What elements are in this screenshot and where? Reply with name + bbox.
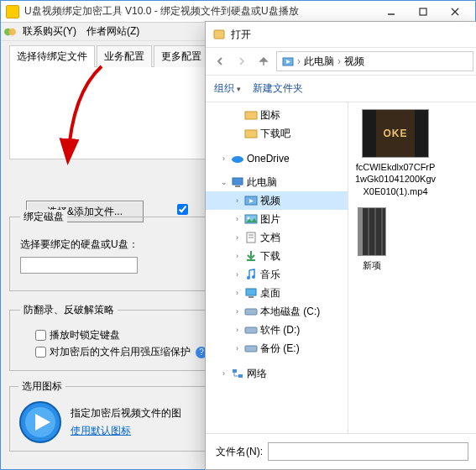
svg-rect-16 (235, 185, 240, 187)
tree-label: 文档 (260, 231, 280, 245)
svg-rect-32 (233, 369, 237, 373)
menu-site[interactable]: 作者网站(Z) (83, 24, 143, 39)
tree-label: 桌面 (260, 286, 280, 300)
tree-item-pc[interactable]: ⌄此电脑 (206, 173, 348, 191)
svg-point-5 (8, 28, 16, 35)
tree-item-onedrive[interactable]: ›OneDrive (206, 149, 348, 168)
tree-label: 本地磁盘 (C:) (260, 305, 320, 319)
svg-point-14 (232, 156, 243, 163)
close-button[interactable] (440, 3, 470, 20)
tree-item-desktop[interactable]: ›桌面 (206, 284, 348, 302)
minimize-button[interactable] (376, 3, 406, 20)
maximize-button[interactable] (408, 3, 438, 20)
dialog-toolbar: 组织 新建文件夹 (206, 76, 476, 102)
svg-rect-29 (245, 309, 257, 315)
tree-label: 图标 (260, 108, 280, 123)
compress-label: 对加密后的文件启用强压缩保护 (50, 345, 191, 359)
svg-rect-13 (245, 130, 257, 138)
file-name: 新项 (355, 259, 389, 271)
icon-select-legend: 选用图标 (18, 379, 65, 394)
nav-back-button[interactable] (211, 52, 229, 70)
crumb-pc[interactable]: 此电脑 (304, 55, 334, 69)
video-folder-icon (282, 55, 294, 67)
window-buttons (376, 3, 470, 20)
lock-keyboard-checkbox[interactable] (35, 330, 46, 341)
file-item[interactable]: OKE fcCWIEkdlx07CFrP1wGk01041200KgvX0E01… (355, 109, 436, 197)
tree-label: 音乐 (260, 268, 280, 282)
tree-item-xiazaiba[interactable]: 下载吧 (206, 124, 348, 143)
main-titlebar: U盘视频绑定加密工具 V10.0 - 绑定视频文件到硬盘或U盘播放 (1, 1, 475, 23)
tree-label: 软件 (D:) (260, 323, 300, 337)
address-bar[interactable]: › 此电脑 › 视频 (276, 51, 473, 71)
tab-select-files[interactable]: 选择待绑定文件 (9, 45, 95, 67)
buy-icon (4, 26, 16, 38)
tree-item-cdrive[interactable]: ›本地磁盘 (C:) (206, 302, 348, 321)
tree-label: 图片 (260, 212, 280, 227)
lock-keyboard-label: 播放时锁定键盘 (50, 328, 120, 342)
svg-rect-33 (238, 374, 243, 378)
tree-label: 此电脑 (247, 175, 277, 190)
svg-rect-1 (420, 8, 426, 15)
app-icon (6, 5, 19, 18)
svg-rect-27 (246, 289, 256, 295)
play-icon (18, 400, 62, 444)
dialog-icon (212, 28, 226, 41)
tree-label: 下载 (260, 249, 280, 264)
crumb-videos[interactable]: 视频 (344, 55, 364, 69)
tab-more[interactable]: 更多配置 (154, 45, 209, 67)
video-thumbnail: OKE (362, 109, 429, 158)
tree-label: 备份 (E:) (260, 342, 300, 356)
file-name: fcCWIEkdlx07CFrP1wGk01041200KgvX0E010(1)… (355, 161, 436, 197)
tree-item-downloads[interactable]: ›下载 (206, 247, 348, 265)
new-folder-button[interactable]: 新建文件夹 (253, 81, 303, 96)
file-open-dialog: 打开 › 此电脑 › 视频 组织 新建文件夹 图标 下载吧 ›OneDrive … (205, 21, 476, 470)
tree-item-tubiao[interactable]: 图标 (206, 106, 348, 124)
bind-disk-input[interactable] (20, 257, 138, 274)
video-thumbnail (358, 207, 386, 256)
window-title: U盘视频绑定加密工具 V10.0 - 绑定视频文件到硬盘或U盘播放 (24, 4, 376, 18)
tree-item-videos[interactable]: ›视频 (206, 191, 348, 210)
svg-rect-31 (245, 346, 257, 352)
dialog-nav: › 此电脑 › 视频 (206, 47, 476, 76)
dialog-title: 打开 (231, 28, 472, 42)
breadcrumb-sep-icon: › (337, 55, 341, 67)
tree-item-network[interactable]: ›网络 (206, 364, 348, 383)
bind-disk-legend: 绑定磁盘 (20, 210, 67, 224)
protect-legend: 防翻录、反破解策略 (20, 303, 118, 317)
tree-item-documents[interactable]: ›文档 (206, 228, 348, 247)
tree-label: OneDrive (247, 153, 290, 164)
tree-item-ddrive[interactable]: ›软件 (D:) (206, 321, 348, 339)
file-pane[interactable]: OKE fcCWIEkdlx07CFrP1wGk01041200KgvX0E01… (348, 102, 476, 433)
svg-point-25 (247, 276, 250, 279)
tree-label: 视频 (260, 194, 280, 208)
nav-forward-button[interactable] (233, 52, 251, 70)
dialog-body: 图标 下载吧 ›OneDrive ⌄此电脑 ›视频 ›图片 ›文档 ›下载 ›音… (206, 102, 476, 433)
tree-item-pictures[interactable]: ›图片 (206, 210, 348, 228)
svg-rect-28 (248, 296, 254, 298)
svg-rect-9 (214, 30, 224, 39)
tree-item-edrive[interactable]: ›备份 (E:) (206, 339, 348, 358)
default-icon-link[interactable]: 使用默认图标 (71, 425, 131, 436)
thumbnail-text: OKE (383, 128, 407, 139)
svg-rect-12 (245, 112, 257, 119)
folder-tree[interactable]: 图标 下载吧 ›OneDrive ⌄此电脑 ›视频 ›图片 ›文档 ›下载 ›音… (206, 102, 348, 433)
menu-buy[interactable]: 联系购买(Y) (19, 24, 80, 39)
organize-button[interactable]: 组织 (214, 81, 241, 96)
dialog-titlebar: 打开 (206, 22, 476, 47)
svg-point-26 (252, 275, 255, 279)
bind-disk-label: 选择要绑定的硬盘或U盘： (20, 238, 139, 252)
tree-item-music[interactable]: ›音乐 (206, 265, 348, 284)
nav-up-button[interactable] (254, 52, 273, 70)
tree-label: 下载吧 (260, 127, 290, 141)
compress-checkbox[interactable] (35, 347, 46, 358)
dialog-footer: 文件名(N): (206, 433, 476, 469)
svg-rect-15 (233, 178, 243, 185)
tree-label: 网络 (247, 367, 267, 381)
filename-input[interactable] (268, 442, 468, 461)
filename-label: 文件名(N): (216, 445, 263, 459)
svg-rect-30 (245, 327, 257, 333)
tab-business[interactable]: 业务配置 (97, 45, 152, 67)
breadcrumb-sep-icon: › (297, 55, 301, 67)
file-item[interactable]: 新项 (355, 207, 389, 271)
